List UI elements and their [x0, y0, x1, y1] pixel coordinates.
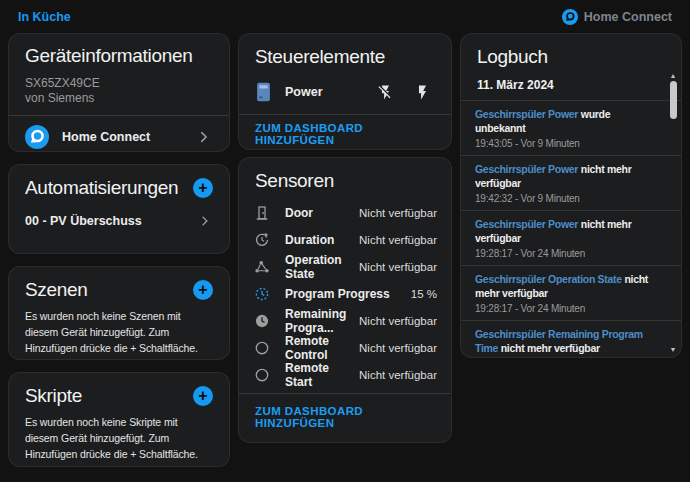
- sensor-row-duration[interactable]: Duration Nicht verfügbar: [253, 226, 437, 253]
- logbook-entity-link[interactable]: Geschirrspüler Power: [475, 108, 578, 120]
- scripts-header: Skripte +: [25, 385, 213, 407]
- circle-outline-icon: [253, 366, 273, 384]
- scrollbar-down-icon[interactable]: ▼: [670, 346, 677, 353]
- sensor-value: Nicht verfügbar: [359, 342, 437, 354]
- power-control-row[interactable]: Power: [255, 77, 435, 107]
- sensors-card: Sensoren Door Nicht verfügbar: [238, 157, 452, 443]
- logbook-entry: Geschirrspüler Power nicht mehr verfügba…: [461, 210, 681, 265]
- clock-icon: [253, 312, 273, 330]
- integration-row[interactable]: Home Connect: [9, 116, 229, 152]
- power-buttons: [377, 84, 435, 101]
- add-controls-to-dashboard-button[interactable]: ZUM DASHBOARD HINZUFÜGEN: [255, 122, 435, 146]
- breadcrumb[interactable]: In Küche: [18, 10, 71, 24]
- sensor-value: Nicht verfügbar: [359, 369, 437, 381]
- scenes-empty-text: Es wurden noch keine Szenen mit diesem G…: [25, 308, 213, 356]
- add-scene-button[interactable]: +: [193, 280, 213, 300]
- power-device-icon: [255, 81, 272, 103]
- add-automation-button[interactable]: +: [193, 178, 213, 198]
- sensor-label: Program Progress: [285, 287, 411, 301]
- sensor-label: Door: [285, 206, 359, 220]
- scripts-empty-text: Es wurden noch keine Skripte mit diesem …: [25, 414, 213, 462]
- middle-column: Steuerelemente Power: [238, 33, 452, 443]
- progress-clock-icon: [253, 285, 273, 303]
- sensor-label: Remote Control: [285, 334, 359, 362]
- logbook-entry: Geschirrspüler Power nicht mehr verfügba…: [461, 155, 681, 210]
- sensor-row-remaining-program-time[interactable]: Remaining Progra... Nicht verfügbar: [253, 307, 437, 334]
- automation-item[interactable]: 00 - PV Überschuss: [25, 213, 213, 229]
- logbook-time: 19:28:17 - Vor 24 Minuten: [475, 248, 657, 259]
- logbook-entity-link[interactable]: Geschirrspüler Operation State: [475, 273, 622, 285]
- scripts-card: Skripte + Es wurden noch keine Skripte m…: [8, 372, 230, 467]
- left-column: Geräteinformationen SX65ZX49CE von Sieme…: [8, 33, 230, 467]
- logbook-scrollbar[interactable]: ▲ ▼: [667, 72, 679, 353]
- logbook-title: Logbuch: [461, 46, 681, 68]
- chevron-right-icon: [197, 213, 213, 229]
- circle-outline-icon: [253, 339, 273, 357]
- right-column: Logbuch 11. März 2024 Geschirrspüler Pow…: [460, 33, 682, 358]
- add-sensors-to-dashboard-button[interactable]: ZUM DASHBOARD HINZUFÜGEN: [255, 405, 435, 429]
- scenes-header: Szenen +: [25, 279, 213, 301]
- sensor-value: Nicht verfügbar: [359, 315, 437, 327]
- logbook-message: Geschirrspüler Operation State nicht meh…: [475, 272, 657, 300]
- sensor-row-operation-state[interactable]: Operation State Nicht verfügbar: [253, 253, 437, 280]
- home-connect-logo-icon: [562, 9, 578, 25]
- automations-header: Automatisierungen +: [25, 177, 213, 199]
- sensor-row-door[interactable]: Door Nicht verfügbar: [253, 199, 437, 226]
- timer-icon: [253, 231, 273, 249]
- automations-card: Automatisierungen + 00 - PV Überschuss: [8, 164, 230, 254]
- device-manufacturer: von Siemens: [25, 91, 213, 106]
- logbook-message: Geschirrspüler Power nicht mehr verfügba…: [475, 162, 657, 190]
- logbook-entry: Geschirrspüler Remaining Program Time ni…: [461, 320, 681, 358]
- scrollbar-thumb[interactable]: [670, 81, 677, 119]
- topbar: In Küche Home Connect: [0, 0, 690, 26]
- controls-footer: ZUM DASHBOARD HINZUFÜGEN: [239, 115, 451, 150]
- chevron-right-icon: [195, 128, 213, 146]
- automations-title: Automatisierungen: [25, 177, 178, 199]
- scenes-card: Szenen + Es wurden noch keine Szenen mit…: [8, 266, 230, 360]
- scenes-title: Szenen: [25, 279, 88, 301]
- sensor-label: Remaining Progra...: [285, 307, 359, 335]
- door-icon: [253, 204, 273, 222]
- logbook-entity-link[interactable]: Geschirrspüler Power: [475, 163, 578, 175]
- integration-label: Home Connect: [62, 130, 195, 144]
- logbook-time: 19:42:32 - Vor 9 Minuten: [475, 193, 657, 204]
- logbook-entry: Geschirrspüler Power wurde unbekannt 19:…: [461, 100, 681, 155]
- logbook-entity-link[interactable]: Geschirrspüler Power: [475, 218, 578, 230]
- sensors-footer: ZUM DASHBOARD HINZUFÜGEN: [253, 394, 437, 440]
- state-machine-icon: [253, 258, 273, 276]
- device-model: SX65ZX49CE: [25, 76, 213, 91]
- scripts-title: Skripte: [25, 385, 82, 407]
- logbook-card: Logbuch 11. März 2024 Geschirrspüler Pow…: [460, 33, 682, 358]
- add-script-button[interactable]: +: [193, 386, 213, 406]
- sensor-list: Door Nicht verfügbar Duration Nich: [253, 199, 437, 388]
- brand: Home Connect: [562, 9, 672, 25]
- sensor-row-remote-start[interactable]: Remote Start Nicht verfügbar: [253, 361, 437, 388]
- home-connect-logo-icon: [25, 125, 49, 149]
- controls-title: Steuerelemente: [255, 46, 435, 68]
- sensor-value: 15 %: [411, 288, 437, 300]
- flash-icon[interactable]: [414, 84, 431, 101]
- logbook-action: nicht mehr verfügbar: [501, 342, 600, 354]
- automation-label: 00 - PV Überschuss: [25, 214, 197, 228]
- scrollbar-up-icon[interactable]: ▲: [670, 72, 677, 79]
- flash-off-icon[interactable]: [377, 84, 394, 101]
- device-info-title: Geräteinformationen: [25, 45, 213, 67]
- logbook-message: Geschirrspüler Power wurde unbekannt: [475, 107, 657, 135]
- sensor-value: Nicht verfügbar: [359, 234, 437, 246]
- logbook-message: Geschirrspüler Power nicht mehr verfügba…: [475, 217, 657, 245]
- logbook-entry: Geschirrspüler Operation State nicht meh…: [461, 265, 681, 320]
- controls-card: Steuerelemente Power: [238, 33, 452, 150]
- logbook-time: 19:28:17 - Vor 24 Minuten: [475, 303, 657, 314]
- sensors-title: Sensoren: [253, 170, 437, 192]
- sensor-value: Nicht verfügbar: [359, 207, 437, 219]
- device-page: In Küche Home Connect Geräteinformatione…: [0, 0, 690, 482]
- brand-label: Home Connect: [584, 10, 672, 24]
- content-columns: Geräteinformationen SX65ZX49CE von Sieme…: [0, 26, 690, 467]
- logbook-message: Geschirrspüler Remaining Program Time ni…: [475, 327, 657, 355]
- sensor-row-program-progress[interactable]: Program Progress 15 %: [253, 280, 437, 307]
- sensor-value: Nicht verfügbar: [359, 261, 437, 273]
- sensor-label: Duration: [285, 233, 359, 247]
- sensor-row-remote-control[interactable]: Remote Control Nicht verfügbar: [253, 334, 437, 361]
- sensor-label: Remote Start: [285, 361, 359, 389]
- logbook-date-header: 11. März 2024: [461, 68, 681, 100]
